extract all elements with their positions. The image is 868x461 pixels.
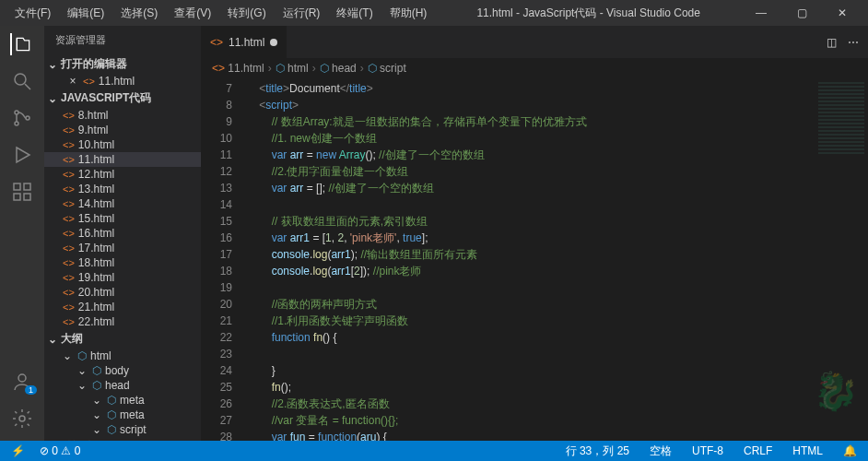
menu-item[interactable]: 帮助(H) xyxy=(382,2,435,25)
file-item[interactable]: <>16.html xyxy=(44,226,201,241)
html-file-icon: <> xyxy=(210,36,223,49)
outline-item[interactable]: ⌄⬡html xyxy=(44,349,201,363)
html-file-icon: <> xyxy=(63,154,75,165)
tab-active[interactable]: <> 11.html xyxy=(201,26,287,58)
more-actions-icon[interactable]: ⋯ xyxy=(848,36,859,49)
outline-header[interactable]: ⌄大纲 xyxy=(44,329,201,349)
menu-item[interactable]: 编辑(E) xyxy=(60,2,111,25)
file-item[interactable]: <>13.html xyxy=(44,182,201,196)
breadcrumb-item[interactable]: ⬡ head xyxy=(320,62,357,75)
window-controls: — ▢ ✕ xyxy=(743,0,861,26)
file-item[interactable]: <>17.html xyxy=(44,241,201,255)
close-button[interactable]: ✕ xyxy=(824,0,861,26)
file-item[interactable]: <>15.html xyxy=(44,211,201,226)
svg-rect-6 xyxy=(14,194,20,200)
breadcrumb-item[interactable]: <> 11.html xyxy=(212,62,264,75)
indentation-status[interactable]: 空格 xyxy=(646,443,675,459)
html-file-icon: <> xyxy=(63,198,75,209)
svg-point-9 xyxy=(19,416,25,421)
folder-header[interactable]: ⌄JAVASCRIPT代码 xyxy=(44,89,201,108)
html-file-icon: <> xyxy=(63,287,75,298)
minimize-button[interactable]: — xyxy=(743,0,780,26)
explorer-icon[interactable] xyxy=(10,33,32,55)
extensions-icon[interactable] xyxy=(11,181,33,203)
run-debug-icon[interactable] xyxy=(11,144,33,166)
encoding-status[interactable]: UTF-8 xyxy=(688,444,727,457)
settings-gear-icon[interactable] xyxy=(11,408,33,430)
main-menu: 文件(F)编辑(E)选择(S)查看(V)转到(G)运行(R)终端(T)帮助(H) xyxy=(7,2,434,25)
maximize-button[interactable]: ▢ xyxy=(783,0,820,26)
html-file-icon: <> xyxy=(63,228,75,239)
tag-icon: ⬡ xyxy=(107,423,116,436)
html-file-icon: <> xyxy=(63,139,75,150)
svg-rect-4 xyxy=(14,183,20,190)
file-item[interactable]: <>12.html xyxy=(44,167,201,182)
split-editor-icon[interactable]: ◫ xyxy=(827,36,837,49)
code-content[interactable]: <title>Document</title> <script> // 数组Ar… xyxy=(247,78,813,441)
menu-item[interactable]: 终端(T) xyxy=(329,2,380,25)
file-item[interactable]: <>11.html xyxy=(44,152,201,167)
editor-tabs: <> 11.html ◫ ⋯ xyxy=(201,26,868,58)
language-status[interactable]: HTML xyxy=(789,444,827,457)
window-title: 11.html - JavaScript代码 - Visual Studio C… xyxy=(434,6,743,21)
menu-item[interactable]: 转到(G) xyxy=(220,2,273,25)
open-editor-item[interactable]: ×<>11.html xyxy=(44,74,201,89)
menu-item[interactable]: 选择(S) xyxy=(113,2,165,25)
svg-point-8 xyxy=(18,374,26,382)
editor-actions: ◫ ⋯ xyxy=(817,26,868,58)
tag-icon: ⬡ xyxy=(92,379,101,392)
activity-bar xyxy=(0,26,44,441)
html-file-icon: <> xyxy=(63,242,75,254)
source-control-icon[interactable] xyxy=(11,107,33,129)
svg-point-3 xyxy=(26,116,29,120)
editor-area: <> 11.html ◫ ⋯ <> 11.html›⬡ html›⬡ head›… xyxy=(201,26,868,441)
timeline-header[interactable]: ›时间线 xyxy=(44,437,201,441)
menu-item[interactable]: 文件(F) xyxy=(7,2,58,25)
problems-status[interactable]: ⊘ 0 ⚠ 0 xyxy=(36,444,84,457)
svg-rect-7 xyxy=(24,194,30,200)
file-item[interactable]: <>18.html xyxy=(44,255,201,270)
html-file-icon: <> xyxy=(63,169,75,180)
file-item[interactable]: <>19.html xyxy=(44,270,201,285)
breadcrumb-item[interactable]: ⬡ html xyxy=(276,62,309,75)
remote-icon[interactable]: ⚡ xyxy=(7,444,29,457)
file-item[interactable]: <>9.html xyxy=(44,123,201,137)
cursor-position[interactable]: 行 33，列 25 xyxy=(562,443,633,459)
outline-item[interactable]: ⌄⬡head xyxy=(44,378,201,393)
explorer-sidebar: 资源管理器 ⌄打开的编辑器 ×<>11.html ⌄JAVASCRIPT代码 <… xyxy=(44,26,201,441)
file-item[interactable]: <>22.html xyxy=(44,314,201,329)
status-bar: ⚡ ⊘ 0 ⚠ 0 行 33，列 25 空格 UTF-8 CRLF HTML 🔔 xyxy=(0,441,868,461)
minimap[interactable] xyxy=(813,78,868,441)
file-item[interactable]: <>21.html xyxy=(44,300,201,314)
search-icon[interactable] xyxy=(11,70,33,92)
breadcrumb-icon: ⬡ xyxy=(320,62,329,75)
outline-item[interactable]: ⌄⬡script xyxy=(44,422,201,437)
line-gutter: 7891011121314151617181920212223242526272… xyxy=(201,78,247,441)
tag-icon: ⬡ xyxy=(77,349,87,362)
open-editors-header[interactable]: ⌄打开的编辑器 xyxy=(44,54,201,74)
file-item[interactable]: <>20.html xyxy=(44,285,201,300)
breadcrumb-icon: <> xyxy=(212,62,225,75)
menu-item[interactable]: 查看(V) xyxy=(167,2,218,25)
dirty-indicator-icon xyxy=(270,39,277,46)
outline-item[interactable]: ⌄⬡meta xyxy=(44,408,201,422)
breadcrumb-icon: ⬡ xyxy=(276,62,285,75)
tag-icon: ⬡ xyxy=(92,364,101,377)
file-item[interactable]: <>14.html xyxy=(44,196,201,211)
notifications-icon[interactable]: 🔔 xyxy=(839,444,861,457)
file-item[interactable]: <>10.html xyxy=(44,137,201,152)
breadcrumb-icon: ⬡ xyxy=(368,62,377,75)
html-file-icon: <> xyxy=(63,272,75,283)
breadcrumb-item[interactable]: ⬡ script xyxy=(368,62,406,75)
file-item[interactable]: <>8.html xyxy=(44,108,201,123)
close-icon[interactable]: × xyxy=(66,75,79,88)
breadcrumb[interactable]: <> 11.html›⬡ html›⬡ head›⬡ script xyxy=(201,58,868,78)
eol-status[interactable]: CRLF xyxy=(740,444,776,457)
menu-item[interactable]: 运行(R) xyxy=(276,2,328,25)
tag-icon: ⬡ xyxy=(107,408,116,421)
code-editor[interactable]: 7891011121314151617181920212223242526272… xyxy=(201,78,868,441)
outline-item[interactable]: ⌄⬡meta xyxy=(44,393,201,408)
outline-item[interactable]: ⌄⬡body xyxy=(44,363,201,378)
html-file-icon: <> xyxy=(63,124,75,136)
account-icon[interactable] xyxy=(11,371,33,393)
